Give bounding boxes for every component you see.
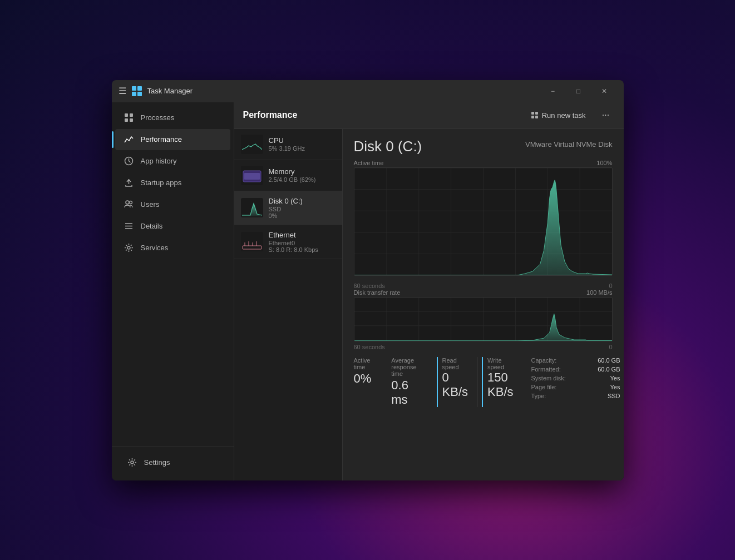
svg-rect-15 bbox=[535, 116, 538, 118]
disk0-name: Disk 0 (C:) bbox=[269, 197, 336, 205]
settings-label: Settings bbox=[144, 458, 170, 467]
write-speed-label: Write speed bbox=[487, 357, 513, 370]
svg-rect-17 bbox=[244, 173, 260, 180]
chart-wrapper-2: 60 MB/s bbox=[354, 297, 613, 341]
users-icon bbox=[124, 200, 134, 210]
device-list: CPU 5% 3.19 GHz bbox=[234, 129, 343, 480]
task-manager-window: ☰ Task Manager − □ ✕ bbox=[112, 80, 624, 480]
info-capacity: Capacity: 60.0 GB bbox=[531, 357, 620, 364]
svg-point-11 bbox=[131, 461, 134, 464]
stat-active-time: Active time 0% bbox=[354, 357, 378, 407]
info-formatted: Formatted: 60.0 GB bbox=[531, 366, 620, 373]
svg-rect-19 bbox=[243, 246, 262, 249]
services-label: Services bbox=[141, 244, 169, 252]
memory-thumbnail bbox=[241, 166, 263, 185]
chart-title: Disk 0 (C:) bbox=[354, 138, 422, 155]
device-item-memory[interactable]: Memory 2.5/4.0 GB (62%) bbox=[234, 160, 342, 191]
sidebar-nav: Processes Performance bbox=[112, 102, 234, 447]
active-time-max: 100% bbox=[596, 160, 612, 166]
processes-label: Processes bbox=[141, 113, 175, 122]
avg-response-value: 0.6 ms bbox=[391, 378, 416, 407]
performance-icon bbox=[124, 135, 134, 145]
sidebar-item-details[interactable]: Details bbox=[115, 216, 230, 237]
chart-header: Disk 0 (C:) VMware Virtual NVMe Disk bbox=[354, 138, 613, 155]
ethernet-sub: Ethernet0 S: 8.0 R: 8.0 Kbps bbox=[269, 240, 336, 253]
services-icon bbox=[124, 243, 134, 253]
disk0-sub: SSD 0% bbox=[269, 206, 336, 219]
sidebar-item-settings[interactable]: Settings bbox=[119, 452, 227, 473]
capacity-label: Capacity: bbox=[531, 357, 557, 364]
formatted-label: Formatted: bbox=[531, 366, 561, 373]
details-icon bbox=[124, 221, 134, 231]
memory-name: Memory bbox=[269, 167, 336, 176]
run-new-task-label: Run new task bbox=[542, 111, 586, 120]
run-new-task-button[interactable]: Run new task bbox=[524, 108, 593, 122]
sidebar-item-startup-apps[interactable]: Startup apps bbox=[115, 172, 230, 194]
sidebar-item-performance[interactable]: Performance bbox=[115, 129, 230, 150]
system-disk-value: Yes bbox=[610, 375, 620, 381]
chart-wrapper-1 bbox=[354, 167, 613, 276]
app-icon bbox=[132, 86, 142, 96]
run-task-icon bbox=[531, 111, 539, 119]
time-left-1: 60 seconds bbox=[354, 283, 385, 289]
chart-device-name: VMware Virtual NVMe Disk bbox=[525, 140, 613, 148]
read-speed-label: Read speed bbox=[442, 357, 468, 370]
chart-labels-2: Disk transfer rate 100 MB/s bbox=[354, 289, 613, 296]
time-right-1: 0 bbox=[609, 283, 612, 289]
sidebar-item-app-history[interactable]: App history bbox=[115, 151, 230, 172]
app-history-label: App history bbox=[141, 157, 177, 165]
svg-rect-1 bbox=[130, 113, 133, 117]
performance-label: Performance bbox=[141, 135, 182, 143]
svg-rect-2 bbox=[125, 118, 128, 122]
transfer-rate-max: 100 MB/s bbox=[586, 289, 612, 296]
sidebar-item-users[interactable]: Users bbox=[115, 194, 230, 215]
page-file-label: Page file: bbox=[531, 384, 557, 390]
chart-area: Disk 0 (C:) VMware Virtual NVMe Disk Act… bbox=[343, 129, 624, 480]
users-label: Users bbox=[141, 200, 160, 209]
read-speed-value: 0 KB/s bbox=[442, 370, 468, 399]
app-history-icon bbox=[124, 156, 134, 166]
time-right-2: 0 bbox=[609, 344, 612, 350]
rw-divider bbox=[477, 357, 477, 407]
svg-point-10 bbox=[127, 246, 130, 249]
info-system-disk: System disk: Yes bbox=[531, 375, 620, 381]
maximize-button[interactable]: □ bbox=[566, 82, 591, 100]
svg-point-5 bbox=[126, 201, 129, 204]
svg-rect-3 bbox=[130, 118, 133, 122]
chart-time-labels-2: 60 seconds 0 bbox=[354, 344, 613, 350]
active-time-label: Active time bbox=[354, 160, 384, 166]
chart-time-labels-1: 60 seconds 0 bbox=[354, 283, 613, 289]
titlebar-controls: − □ ✕ bbox=[540, 82, 617, 100]
info-page-file: Page file: Yes bbox=[531, 384, 620, 390]
minimize-button[interactable]: − bbox=[540, 82, 566, 100]
titlebar-title: Task Manager bbox=[147, 87, 193, 95]
cpu-info: CPU 5% 3.19 GHz bbox=[269, 136, 336, 152]
page-file-value: Yes bbox=[610, 384, 620, 390]
device-item-cpu[interactable]: CPU 5% 3.19 GHz bbox=[234, 129, 342, 160]
type-value: SSD bbox=[608, 393, 620, 399]
sidebar-item-processes[interactable]: Processes bbox=[115, 107, 230, 128]
disk0-info: Disk 0 (C:) SSD 0% bbox=[269, 197, 336, 219]
capacity-value: 60.0 GB bbox=[598, 357, 620, 364]
close-button[interactable]: ✕ bbox=[591, 82, 617, 100]
stat-read-speed: Read speed 0 KB/s bbox=[437, 357, 472, 407]
active-time-chart bbox=[354, 167, 613, 276]
active-time-stat-label: Active time bbox=[354, 357, 372, 370]
settings-icon bbox=[127, 458, 137, 468]
device-item-ethernet[interactable]: Ethernet Ethernet0 S: 8.0 R: 8.0 Kbps bbox=[234, 225, 342, 259]
device-item-disk0[interactable]: Disk 0 (C:) SSD 0% bbox=[234, 191, 342, 225]
startup-icon bbox=[124, 178, 134, 188]
hamburger-icon[interactable]: ☰ bbox=[119, 86, 126, 96]
main-content: Performance Run new task ··· bbox=[234, 102, 624, 480]
header-actions: Run new task ··· bbox=[524, 106, 615, 124]
cpu-sub: 5% 3.19 GHz bbox=[269, 145, 336, 152]
sidebar-item-services[interactable]: Services bbox=[115, 237, 230, 259]
transfer-rate-chart bbox=[354, 297, 613, 341]
svg-rect-14 bbox=[531, 116, 534, 118]
svg-point-6 bbox=[130, 201, 132, 204]
ethernet-thumbnail bbox=[241, 232, 263, 251]
memory-sub: 2.5/4.0 GB (62%) bbox=[269, 176, 336, 183]
more-button[interactable]: ··· bbox=[597, 106, 615, 124]
content-area: CPU 5% 3.19 GHz bbox=[234, 129, 624, 480]
transfer-rate-label: Disk transfer rate bbox=[354, 289, 401, 296]
